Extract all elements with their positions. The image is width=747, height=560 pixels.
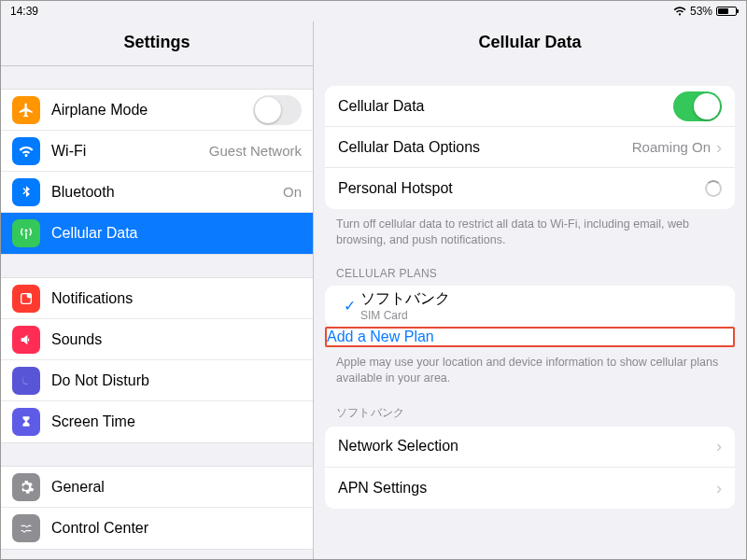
sidebar-item-label: General xyxy=(51,479,302,496)
row-apn-settings[interactable]: APN Settings › xyxy=(325,468,735,509)
plan-subtitle: SIM Card xyxy=(360,309,722,322)
sidebar-item-cellular-data[interactable]: Cellular Data xyxy=(1,213,313,254)
sidebar-item-label: Cellular Data xyxy=(51,225,302,242)
cellular-data-toggle[interactable] xyxy=(673,91,722,121)
sidebar-item-label: Wi-Fi xyxy=(51,143,209,160)
row-label: Personal Hotspot xyxy=(338,180,705,197)
row-cellular-data[interactable]: Cellular Data xyxy=(325,86,735,127)
chevron-right-icon: › xyxy=(716,139,722,156)
row-personal-hotspot[interactable]: Personal Hotspot xyxy=(325,168,735,209)
loading-spinner-icon xyxy=(705,180,722,197)
sidebar-item-label: Notifications xyxy=(51,290,302,307)
antenna-icon xyxy=(12,219,40,247)
notifications-icon xyxy=(12,285,40,313)
row-label: Cellular Data Options xyxy=(338,139,632,156)
sidebar-item-notifications[interactable]: Notifications xyxy=(1,278,313,319)
settings-sidebar: Settings Airplane Mode Wi-Fi Guest Netwo… xyxy=(1,21,314,559)
svg-point-1 xyxy=(27,293,32,298)
row-add-new-plan[interactable]: Add a New Plan xyxy=(327,329,733,345)
sidebar-item-bluetooth[interactable]: Bluetooth On xyxy=(1,172,313,213)
sidebar-item-screen-time[interactable]: Screen Time xyxy=(1,401,313,442)
section-header-plans: CELLULAR PLANS xyxy=(314,252,746,286)
gear-icon xyxy=(12,473,40,501)
row-network-selection[interactable]: Network Selection › xyxy=(325,427,735,468)
chevron-right-icon: › xyxy=(716,480,722,497)
wifi-icon xyxy=(12,137,40,165)
airplane-toggle[interactable] xyxy=(253,95,302,125)
sidebar-item-label: Airplane Mode xyxy=(51,102,253,119)
row-cellular-data-options[interactable]: Cellular Data Options Roaming On › xyxy=(325,127,735,168)
plan-name: ソフトバンク xyxy=(360,289,722,309)
row-cellular-plan[interactable]: ✓ ソフトバンク SIM Card xyxy=(325,286,735,327)
row-label: Network Selection xyxy=(338,438,716,455)
add-plan-link[interactable]: Add a New Plan xyxy=(327,329,434,344)
sidebar-item-sounds[interactable]: Sounds xyxy=(1,319,313,360)
checkmark-icon: ✓ xyxy=(338,297,360,315)
section-header-carrier: ソフトバンク xyxy=(314,390,746,427)
chevron-right-icon: › xyxy=(716,438,722,455)
sidebar-item-general[interactable]: General xyxy=(1,467,313,508)
wifi-icon xyxy=(673,7,686,16)
status-bar: 14:39 53% xyxy=(1,1,746,21)
clock: 14:39 xyxy=(10,5,38,18)
battery-percent: 53% xyxy=(690,5,712,18)
sliders-icon xyxy=(12,514,40,542)
sidebar-item-label: Control Center xyxy=(51,520,302,537)
sidebar-item-label: Screen Time xyxy=(51,413,302,430)
sidebar-item-airplane-mode[interactable]: Airplane Mode xyxy=(1,90,313,131)
row-value: Roaming On xyxy=(632,139,711,155)
sidebar-item-do-not-disturb[interactable]: Do Not Disturb xyxy=(1,360,313,401)
hourglass-icon xyxy=(12,408,40,436)
sidebar-item-label: Bluetooth xyxy=(51,184,283,201)
sidebar-item-label: Do Not Disturb xyxy=(51,372,302,389)
footer-note: Apple may use your location and device i… xyxy=(314,347,746,390)
sidebar-item-value: On xyxy=(283,184,302,200)
detail-pane: Cellular Data Cellular Data Cellular Dat… xyxy=(314,21,746,559)
battery-icon xyxy=(716,7,737,16)
footer-note: Turn off cellular data to restrict all d… xyxy=(314,209,746,252)
row-label: Cellular Data xyxy=(338,98,673,115)
moon-icon xyxy=(12,367,40,395)
sidebar-item-control-center[interactable]: Control Center xyxy=(1,508,313,549)
sidebar-item-value: Guest Network xyxy=(209,143,302,159)
bluetooth-icon xyxy=(12,178,40,206)
sidebar-item-label: Sounds xyxy=(51,331,302,348)
sounds-icon xyxy=(12,326,40,354)
airplane-icon xyxy=(12,96,40,124)
highlight-add-plan: Add a New Plan xyxy=(325,327,735,347)
detail-title: Cellular Data xyxy=(314,21,746,65)
sidebar-title: Settings xyxy=(1,21,313,66)
row-label: APN Settings xyxy=(338,480,716,497)
sidebar-item-wifi[interactable]: Wi-Fi Guest Network xyxy=(1,131,313,172)
